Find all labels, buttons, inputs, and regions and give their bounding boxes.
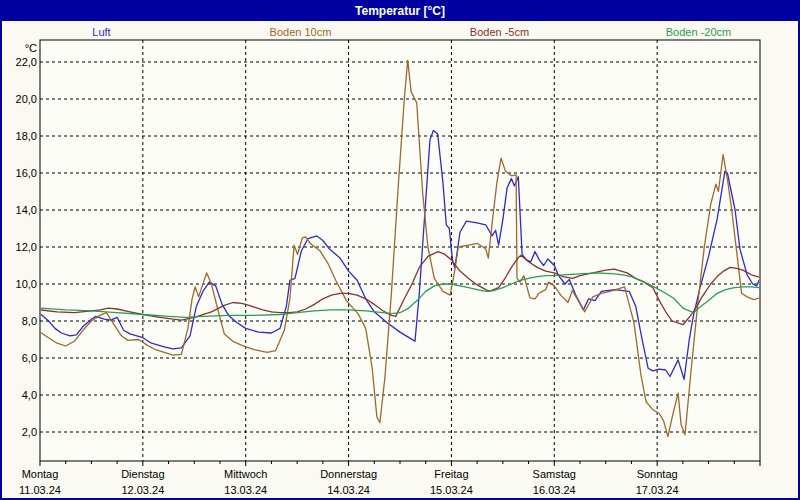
x-axis-date-label: 12.03.24	[121, 484, 164, 496]
x-axis-date-label: 16.03.24	[533, 484, 576, 496]
y-axis-tick-label: 18,0	[16, 130, 37, 142]
x-axis-day-label: Donnerstag	[320, 468, 377, 480]
x-axis-day-label: Mittwoch	[224, 468, 267, 480]
y-axis-tick-label: 4,0	[22, 389, 37, 401]
plot-area: 22,020,018,016,014,012,010,08,06,04,02,0…	[2, 2, 798, 498]
x-axis-day-label: Samstag	[533, 468, 576, 480]
x-axis-date-label: 11.03.24	[19, 484, 61, 496]
y-axis-tick-label: 16,0	[16, 167, 37, 179]
x-axis-day-label: Dienstag	[121, 468, 164, 480]
x-axis-date-label: 17.03.24	[636, 484, 679, 496]
x-axis-date-label: 15.03.24	[430, 484, 473, 496]
x-axis-date-label: 13.03.24	[224, 484, 267, 496]
y-axis-tick-label: 12,0	[16, 241, 37, 253]
y-axis-tick-label: 22,0	[16, 56, 37, 68]
temperature-chart-window: Temperatur [°C] Luft Boden 10cm Boden -5…	[0, 0, 800, 500]
y-axis-unit-label: °C	[25, 42, 37, 54]
y-axis-tick-label: 10,0	[16, 278, 37, 290]
plot-border	[40, 40, 760, 461]
x-axis-day-label: Freitag	[434, 468, 468, 480]
x-axis-date-label: 14.03.24	[327, 484, 370, 496]
y-axis-tick-label: 6,0	[22, 352, 37, 364]
x-axis-day-label: Sonntag	[637, 468, 678, 480]
y-axis-tick-label: 14,0	[16, 204, 37, 216]
x-axis-day-label: Montag	[22, 468, 59, 480]
y-axis-tick-label: 8,0	[22, 315, 37, 327]
y-axis-tick-label: 2,0	[22, 426, 37, 438]
y-axis-tick-label: 20,0	[16, 93, 37, 105]
